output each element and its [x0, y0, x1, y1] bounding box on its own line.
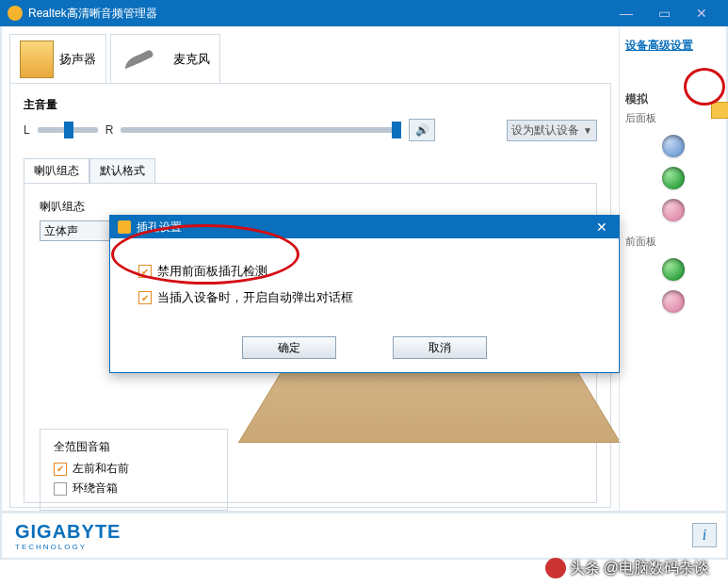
brand-subtitle: TECHNOLOGY	[15, 543, 121, 551]
jack-front-pink[interactable]	[662, 290, 685, 313]
close-button[interactable]: ✕	[683, 0, 720, 26]
jack-rear-green[interactable]	[662, 167, 685, 189]
checkbox-disable-front-jack-detection[interactable]: ✔	[138, 265, 152, 278]
full-range-title: 全范围音箱	[54, 439, 214, 455]
subtab-speaker-config[interactable]: 喇叭组态	[24, 158, 89, 184]
maximize-button[interactable]: ▭	[645, 0, 683, 26]
balance-L: L	[24, 123, 30, 137]
jack-rear-pink[interactable]	[662, 199, 685, 221]
rear-panel-label: 后面板	[625, 111, 720, 125]
tab-microphone[interactable]: 麦克风	[110, 34, 220, 83]
jack-rear-blue[interactable]	[662, 135, 685, 157]
tab-label: 扬声器	[59, 51, 96, 68]
chevron-down-icon: ▼	[583, 125, 592, 136]
opt1-label: 禁用前面板插孔检测	[157, 263, 267, 280]
set-default-dropdown[interactable]: 设为默认设备 ▼	[507, 120, 597, 141]
dialog-icon	[118, 220, 131, 234]
window-title: Realtek高清晰音频管理器	[28, 6, 157, 22]
watermark-prefix: 头条	[570, 559, 600, 578]
full-range-box: 全范围音箱 ✔ 左前和右前 环绕音箱	[40, 429, 228, 511]
microphone-icon	[121, 45, 168, 73]
mute-button[interactable]: 🔊	[409, 119, 435, 141]
jack-front-green[interactable]	[662, 258, 685, 281]
analog-section-label: 模拟	[625, 91, 720, 107]
app-icon	[8, 6, 23, 21]
watermark-handle: @电脑数码杂谈	[604, 559, 709, 578]
brand-logo: GIGABYTE	[15, 521, 121, 543]
cancel-button[interactable]: 取消	[393, 336, 487, 359]
info-button[interactable]: i	[692, 523, 717, 547]
opt2-label: 当插入设备时，开启自动弹出对话框	[157, 289, 353, 306]
connector-settings-icon[interactable]	[711, 102, 728, 119]
front-panel-label: 前面板	[625, 235, 720, 249]
advanced-settings-link[interactable]: 设备高级设置	[625, 39, 693, 52]
select-value: 立体声	[44, 224, 78, 237]
footer: GIGABYTE TECHNOLOGY i	[0, 513, 728, 560]
volume-slider[interactable]	[121, 127, 401, 133]
device-tabs: 扬声器 麦克风	[9, 34, 611, 84]
jack-settings-dialog: 插孔设置 ✕ ✔ 禁用前面板插孔检测 ✔ 当插入设备时，开启自动弹出对话框 确定…	[109, 215, 620, 373]
side-panel: 设备高级设置 模拟 后面板 前面板	[619, 26, 726, 511]
volume-label: 主音量	[24, 97, 597, 113]
speaker-config-label: 喇叭组态	[40, 199, 581, 215]
dialog-close-button[interactable]: ✕	[592, 220, 611, 235]
subtab-default-format[interactable]: 默认格式	[89, 158, 155, 184]
watermark: 头条 @电脑数码杂谈	[545, 558, 709, 578]
balance-slider[interactable]	[38, 127, 98, 133]
watermark-avatar-icon	[545, 558, 566, 578]
sound-icon: 🔊	[415, 123, 429, 137]
dialog-title: 插孔设置	[137, 220, 182, 236]
tab-speakers[interactable]: 扬声器	[9, 34, 106, 83]
checkbox-front-lr[interactable]: ✔	[54, 463, 67, 476]
checkbox-surround-label: 环绕音箱	[73, 480, 118, 496]
ok-button[interactable]: 确定	[242, 336, 336, 359]
checkbox-surround[interactable]	[54, 482, 67, 496]
checkbox-front-lr-label: 左前和右前	[73, 461, 129, 477]
set-default-label: 设为默认设备	[511, 122, 579, 138]
checkbox-auto-popup[interactable]: ✔	[138, 291, 152, 304]
window-titlebar: Realtek高清晰音频管理器 — ▭ ✕	[0, 0, 728, 26]
tab-label: 麦克风	[173, 51, 210, 68]
speakers-icon	[20, 41, 54, 78]
minimize-button[interactable]: —	[607, 0, 645, 26]
balance-R: R	[105, 123, 114, 137]
